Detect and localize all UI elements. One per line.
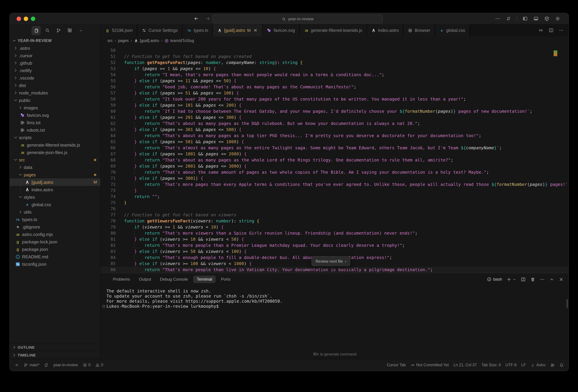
status-not-committed-yet[interactable]: Not Committed Yet	[411, 363, 449, 367]
status-year-in-review[interactable]: year-in-review	[53, 363, 78, 367]
breadcrumb-guid-astro[interactable]: [guid].astro	[134, 39, 159, 43]
tree-item-tsconfig-json[interactable]: TStsconfig.json	[10, 260, 100, 268]
compare-icon[interactable]	[538, 28, 543, 33]
chevron-down-icon[interactable]	[513, 277, 516, 281]
activity-search[interactable]	[43, 26, 52, 35]
tree-item-astro[interactable]: .astro	[10, 44, 100, 52]
activity-extensions[interactable]	[65, 26, 74, 35]
panel-scrollbar[interactable]	[567, 299, 568, 308]
terminal-shell-bash[interactable]: $bash	[487, 277, 502, 282]
close-window-button[interactable]	[17, 16, 21, 21]
tree-item-gitignore[interactable]: .gitignore	[10, 223, 100, 231]
panel-tab-debug-console[interactable]: Debug Console	[156, 275, 191, 283]
tree-item-pages[interactable]: pages	[10, 171, 100, 178]
split-icon[interactable]	[521, 277, 526, 282]
explorer-root[interactable]: YEAR-IN-REVIEW	[10, 37, 100, 44]
tree-item-dist[interactable]: dist	[10, 81, 100, 89]
status-0[interactable]: 0	[83, 363, 91, 367]
code-editor[interactable]: 5051// Function to get fun fact based on…	[101, 45, 569, 273]
tree-item-guid-astro[interactable]: [guid].astroM	[10, 178, 100, 186]
tree-item-robots-txt[interactable]: robots.txt	[10, 126, 100, 134]
maximize-window-button[interactable]	[31, 16, 35, 21]
tree-item-favicon-svg[interactable]: favicon.svg	[10, 111, 100, 119]
panel-tab-output[interactable]: Output	[136, 275, 154, 283]
close-icon[interactable]	[559, 277, 564, 282]
tree-item-cursor[interactable]: .cursor	[10, 52, 100, 59]
tree-item-generate-json-files-js[interactable]: JSgenerate-json-files.js	[10, 149, 100, 156]
tree-item-readme-md[interactable]: iREADME.md	[10, 253, 100, 260]
status-main[interactable]: main*	[24, 363, 40, 367]
status-ln-21-col-37[interactable]: Ln 21, Col 37	[454, 363, 477, 367]
tree-item-vscode[interactable]: .vscode	[10, 74, 100, 81]
swap-arrows-icon[interactable]	[506, 16, 511, 21]
tree-item-public[interactable]: public	[10, 96, 100, 104]
tree-item-scripts[interactable]: scripts	[10, 134, 100, 141]
review-next-file-button[interactable]: Review next file ›	[312, 256, 350, 266]
tree-item-types-ts[interactable]: TStypes.ts	[10, 216, 100, 223]
tree-item-package-lock-json[interactable]: {}package-lock.json	[10, 238, 100, 245]
status-lf[interactable]: LF	[521, 363, 526, 367]
chevron-up-icon[interactable]	[549, 277, 554, 282]
tree-item-images[interactable]: images	[10, 104, 100, 111]
tree-item-node-modules[interactable]: node_modules	[10, 89, 100, 96]
close-icon[interactable]	[253, 28, 258, 33]
activity-files[interactable]	[32, 26, 41, 35]
tree-item-src[interactable]: src	[10, 156, 100, 163]
tree-item-generate-filtered-teamids-js[interactable]: JSgenerate-filtered-teamids.js	[10, 141, 100, 149]
panel-left-icon[interactable]	[522, 16, 528, 21]
gear-icon[interactable]	[555, 16, 560, 21]
tab-cursor-settings[interactable]: Cursor Settings	[137, 24, 182, 37]
ellipsis-icon[interactable]	[540, 277, 545, 282]
ellipsis-icon[interactable]	[559, 28, 564, 33]
breadcrumb-src[interactable]: src	[107, 39, 113, 43]
tree-item-index-astro[interactable]: index.astro	[10, 186, 100, 193]
back-arrow-icon[interactable]	[193, 16, 199, 21]
tab-52196-json[interactable]: {}52196.json	[101, 24, 137, 37]
status-utf-8[interactable]: UTF-8	[505, 363, 517, 367]
status-0[interactable]: 0	[95, 363, 103, 367]
status-people-icon[interactable]	[550, 363, 555, 367]
tab-generate-filtered-teamids-js[interactable]: JSgenerate-filtered-teamids.js	[300, 24, 367, 37]
tree-item-styles[interactable]: styles	[10, 193, 100, 201]
tree-item-label: styles	[24, 195, 35, 199]
tab-favicon-svg[interactable]: favicon.svg	[263, 24, 300, 37]
tab-guid-astro[interactable]: [guid].astroM	[213, 24, 263, 37]
tree-item-data[interactable]: data	[10, 163, 100, 171]
forward-arrow-icon[interactable]	[205, 16, 210, 21]
outline-section[interactable]: OUTLINE	[10, 343, 100, 351]
minimize-window-button[interactable]	[24, 16, 28, 21]
command-center-search[interactable]: year-in-review	[213, 15, 383, 23]
breadcrumb-pages[interactable]: pages	[118, 39, 129, 43]
tab-types-ts[interactable]: TStypes.ts	[183, 24, 213, 37]
status-sync-icon[interactable]	[44, 363, 49, 367]
ellipsis-icon[interactable]	[495, 16, 500, 21]
status-remote-icon[interactable]	[15, 363, 19, 367]
panel-tab-terminal[interactable]: Terminal	[193, 275, 216, 283]
terminal-output[interactable]: The default interactive shell is now zsh…	[101, 288, 569, 309]
tab-index-astro[interactable]: index.astro	[367, 24, 404, 37]
panel-tab-problems[interactable]: Problems	[109, 275, 133, 283]
tab-browser[interactable]: Browser	[404, 24, 435, 37]
activity-source-control[interactable]	[54, 26, 63, 35]
panel-tab-ports[interactable]: Ports	[218, 275, 234, 283]
split-icon[interactable]	[548, 28, 554, 33]
trash-icon[interactable]	[530, 277, 535, 282]
plus-icon[interactable]	[506, 277, 512, 282]
tab-global-css[interactable]: #global.css	[435, 24, 470, 37]
breadcrumb-teamidtoslug[interactable]: teamIdToSlug	[164, 39, 194, 43]
status-bell-icon[interactable]	[559, 363, 564, 367]
tree-item-utils[interactable]: utils	[10, 208, 100, 216]
activity-chevron-down[interactable]	[76, 26, 85, 35]
status-astro[interactable]: {}Astro	[530, 363, 545, 367]
tree-item-netlify[interactable]: .netlify	[10, 67, 100, 74]
tree-item-global-css[interactable]: #global.css	[10, 201, 100, 208]
tree-item-package-json[interactable]: {}package.json	[10, 245, 100, 253]
status-cursor-tab[interactable]: Cursor Tab	[387, 363, 406, 367]
tree-item-llms-txt[interactable]: llms.txt	[10, 119, 100, 126]
panel-bottom-icon[interactable]	[533, 16, 539, 21]
tree-item-github[interactable]: .github	[10, 59, 100, 67]
timeline-section[interactable]: TIMELINE	[10, 351, 100, 359]
tree-item-astro-config-mjs[interactable]: JSastro.config.mjs	[10, 231, 100, 238]
cube-icon[interactable]	[544, 16, 550, 21]
status-tab-size-4[interactable]: Tab Size: 4	[482, 363, 501, 367]
